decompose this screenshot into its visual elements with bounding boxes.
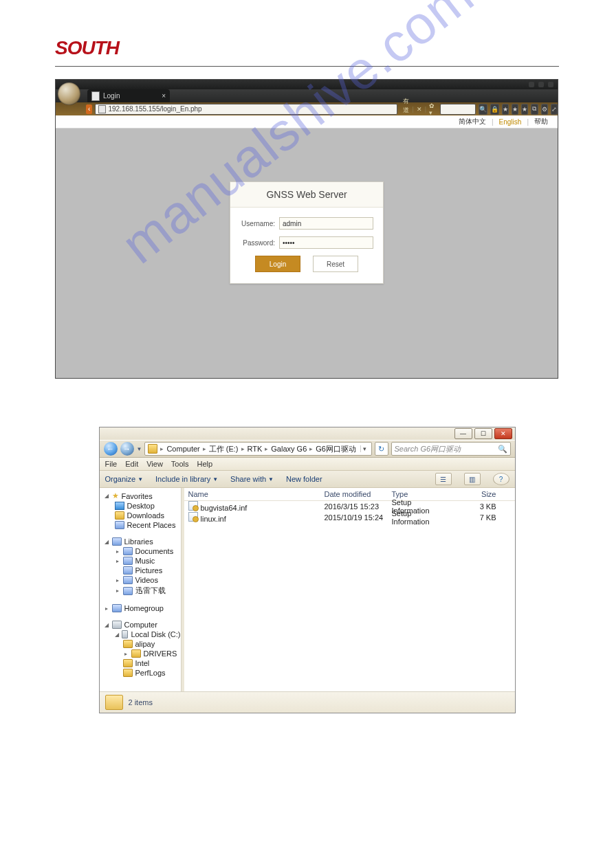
browser-tabbar: Login × bbox=[56, 89, 558, 102]
menu-file[interactable]: File bbox=[105, 460, 118, 468]
help-icon[interactable]: ? bbox=[493, 473, 509, 485]
toolbar-icon[interactable]: ⤢ bbox=[551, 104, 558, 115]
nav-back-button[interactable]: ← bbox=[104, 442, 118, 456]
explorer-menubar: File Edit View Tools Help bbox=[100, 458, 515, 471]
chevron-right-icon[interactable]: ▸ bbox=[263, 445, 270, 452]
nav-forward-button[interactable]: → bbox=[120, 442, 134, 456]
refresh-button[interactable]: ↻ bbox=[375, 442, 388, 456]
col-name[interactable]: Name bbox=[184, 490, 320, 498]
tree-pictures[interactable]: Pictures bbox=[100, 566, 181, 575]
tree-documents[interactable]: ▸Documents bbox=[100, 546, 181, 556]
header-rule bbox=[55, 66, 559, 67]
crumb-item[interactable]: 工作 (E:) bbox=[209, 444, 239, 454]
breadcrumb[interactable]: ▸ Computer ▸ 工作 (E:) ▸ RTK ▸ Galaxy G6 ▸… bbox=[144, 442, 371, 456]
toolbar-icon[interactable]: 🔒 bbox=[490, 104, 499, 115]
tree-alipay[interactable]: alipay bbox=[100, 639, 181, 649]
address-bar[interactable]: 192.168.155.155/login_En.php bbox=[95, 104, 397, 115]
search-placeholder: Search G6网口驱动 bbox=[395, 444, 461, 454]
status-bar: 2 items bbox=[100, 691, 515, 713]
crumb-item[interactable]: Galaxy G6 bbox=[271, 445, 307, 453]
search-icon[interactable]: 🔍 bbox=[479, 104, 487, 115]
organize-button[interactable]: Organize▼ bbox=[105, 475, 144, 483]
clear-icon[interactable]: ✕ bbox=[417, 106, 422, 113]
login-card: GNSS Web Server Username: Password: Logi… bbox=[230, 181, 384, 284]
menu-edit[interactable]: Edit bbox=[125, 460, 138, 468]
preview-pane-button[interactable]: ▥ bbox=[464, 473, 481, 485]
col-type[interactable]: Type bbox=[388, 490, 454, 498]
chevron-right-icon[interactable]: ▸ bbox=[159, 445, 165, 452]
include-library-button[interactable]: Include in library▼ bbox=[155, 475, 218, 483]
nav-pane: ◢★Favorites Desktop Downloads Recent Pla… bbox=[100, 488, 182, 691]
password-input[interactable] bbox=[279, 236, 373, 249]
browser-tab[interactable]: Login × bbox=[87, 89, 170, 102]
chevron-right-icon[interactable]: ▸ bbox=[240, 445, 246, 452]
tree-libraries[interactable]: ◢Libraries bbox=[100, 537, 181, 546]
view-mode-button[interactable]: ☰ bbox=[435, 473, 452, 485]
password-label: Password: bbox=[240, 239, 275, 247]
tree-desktop[interactable]: Desktop bbox=[100, 501, 181, 511]
crumb-item[interactable]: G6网口驱动 bbox=[316, 444, 356, 454]
inf-file-icon bbox=[188, 501, 198, 511]
tree-local-c[interactable]: ◢Local Disk (C:) bbox=[100, 630, 181, 639]
tree-homegroup[interactable]: ▸Homegroup bbox=[100, 603, 181, 613]
tree-music[interactable]: ▸Music bbox=[100, 556, 181, 566]
toolbar-icon[interactable]: ★ bbox=[512, 104, 518, 115]
crumb-dropdown-icon[interactable]: ▾ bbox=[360, 445, 369, 452]
menu-tools[interactable]: Tools bbox=[171, 460, 189, 468]
close-button[interactable]: ✕ bbox=[494, 428, 512, 439]
username-input[interactable] bbox=[279, 217, 373, 230]
tree-favorites[interactable]: ◢★Favorites bbox=[100, 491, 181, 501]
share-with-button[interactable]: Share with▼ bbox=[230, 475, 274, 483]
titlebar-button[interactable] bbox=[529, 82, 534, 87]
tree-drivers[interactable]: ▸DRIVERS bbox=[100, 649, 181, 658]
titlebar-button[interactable] bbox=[538, 82, 544, 87]
tree-computer[interactable]: ◢Computer bbox=[100, 620, 181, 630]
browser-orb-icon[interactable] bbox=[58, 82, 80, 105]
toolbar-icon[interactable]: ⚙ bbox=[541, 104, 548, 115]
nav-history-dropdown[interactable]: ▼ bbox=[137, 446, 142, 452]
flower-icon[interactable]: ✿ ▾ bbox=[429, 102, 435, 116]
lang-english-link[interactable]: English bbox=[499, 118, 522, 126]
tab-title: Login bbox=[103, 92, 120, 100]
crumb-item[interactable]: Computer bbox=[166, 445, 199, 453]
menu-help[interactable]: Help bbox=[197, 460, 213, 468]
maximize-button[interactable]: ☐ bbox=[474, 428, 492, 439]
file-row[interactable]: linux.inf 2015/10/19 15:24 Setup Informa… bbox=[184, 512, 515, 523]
brand-logo: SOUTH bbox=[55, 37, 119, 59]
col-date[interactable]: Date modified bbox=[320, 490, 388, 498]
tree-perflogs[interactable]: PerfLogs bbox=[100, 668, 181, 678]
reset-button[interactable]: Reset bbox=[313, 256, 358, 272]
explorer-toolbar: Organize▼ Include in library▼ Share with… bbox=[100, 471, 515, 488]
file-pane: Name Date modified Type Size bugvista64.… bbox=[184, 488, 515, 691]
new-folder-button[interactable]: New folder bbox=[286, 475, 322, 483]
lang-chinese-link[interactable]: 简体中文 bbox=[459, 117, 486, 126]
col-size[interactable]: Size bbox=[454, 490, 501, 498]
explorer-nav-row: ← → ▼ ▸ Computer ▸ 工作 (E:) ▸ RTK ▸ Galax… bbox=[100, 440, 515, 458]
explorer-search-input[interactable]: Search G6网口驱动 🔍 bbox=[391, 442, 511, 456]
login-button[interactable]: Login bbox=[255, 256, 300, 272]
tree-intel[interactable]: Intel bbox=[100, 658, 181, 668]
page-icon bbox=[98, 105, 106, 113]
back-button[interactable]: ‹ bbox=[86, 104, 92, 114]
browser-search-box[interactable] bbox=[440, 104, 475, 115]
tree-videos[interactable]: ▸Videos bbox=[100, 575, 181, 585]
tree-xunlei[interactable]: ▸迅雷下载 bbox=[100, 585, 181, 597]
tab-close-icon[interactable]: × bbox=[162, 92, 166, 100]
toolbar-icon[interactable]: ★ bbox=[502, 104, 509, 115]
tree-downloads[interactable]: Downloads bbox=[100, 511, 181, 520]
toolbar-icon[interactable]: ⧉ bbox=[531, 104, 538, 115]
page-viewport: 简体中文 | English | 帮助 GNSS Web Server User… bbox=[56, 115, 558, 378]
folder-icon bbox=[148, 444, 157, 454]
page-icon bbox=[91, 91, 100, 101]
minimize-button[interactable]: — bbox=[454, 428, 472, 439]
crumb-item[interactable]: RTK bbox=[248, 445, 263, 453]
browser-window: Login × ‹ 192.168.155.155/login_En.php 有… bbox=[55, 79, 558, 379]
toolbar-icon[interactable]: ★ bbox=[521, 104, 528, 115]
help-link[interactable]: 帮助 bbox=[534, 117, 548, 126]
file-row[interactable]: bugvista64.inf 2016/3/15 15:23 Setup Inf… bbox=[184, 501, 515, 512]
chevron-right-icon[interactable]: ▸ bbox=[308, 445, 314, 452]
titlebar-button[interactable] bbox=[548, 82, 553, 87]
menu-view[interactable]: View bbox=[146, 460, 163, 468]
tree-recent[interactable]: Recent Places bbox=[100, 520, 181, 530]
chevron-right-icon[interactable]: ▸ bbox=[201, 445, 208, 452]
